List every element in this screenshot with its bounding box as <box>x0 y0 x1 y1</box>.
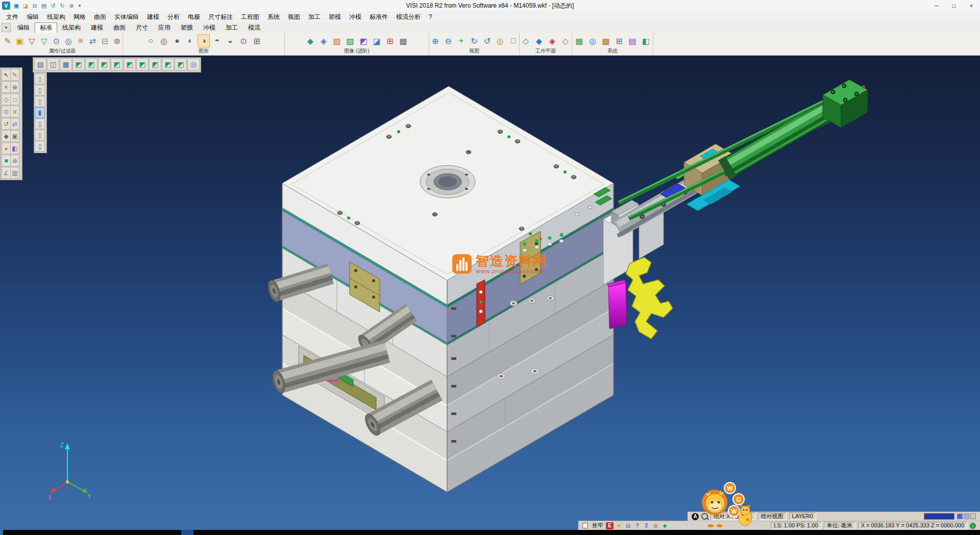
layer-selector[interactable]: LAYER0 <box>789 513 816 520</box>
core-tool-icon[interactable]: ▮ <box>35 107 45 118</box>
lock-filter-icon[interactable]: ⊟ <box>99 34 110 47</box>
grid-snap-icon[interactable]: ▣ <box>10 130 19 142</box>
front-view-icon[interactable]: ◩ <box>111 58 123 70</box>
window-tile-icon[interactable]: ◫ <box>47 58 59 70</box>
tab-尺寸[interactable]: 尺寸 <box>131 22 153 33</box>
system-globe-icon[interactable]: ◎ <box>586 34 599 47</box>
maximize-button[interactable]: □ <box>945 0 963 11</box>
texture-icon[interactable]: ▨ <box>331 34 343 47</box>
swap-icon[interactable]: ⇄ <box>87 34 99 47</box>
menu-item-1[interactable]: 文件 <box>2 12 22 22</box>
sketch-icon[interactable]: ✎ <box>10 69 19 81</box>
taskbar-item[interactable] <box>0 530 3 535</box>
translucent-mode-icon[interactable]: ◓ <box>211 34 223 47</box>
print-icon[interactable]: ▤ <box>40 2 48 10</box>
zoom-in-icon[interactable]: ⊕ <box>429 34 441 47</box>
rotate-cw-icon[interactable]: ↻ <box>468 34 480 47</box>
workplane-reset-icon[interactable]: ◇ <box>559 34 572 47</box>
rotate-ccw-icon[interactable]: ↺ <box>481 34 493 47</box>
render-advanced-icon[interactable]: ◆ <box>304 34 316 47</box>
bottom-view-icon[interactable]: ◩ <box>98 58 110 70</box>
sleeve-tool-icon[interactable]: ▯ <box>35 96 45 107</box>
iso-ne-view-icon[interactable]: ◩ <box>175 58 187 70</box>
menu-item-18[interactable]: 模流分析 <box>392 12 425 22</box>
highlight-mode-icon[interactable]: ⊙ <box>237 34 250 47</box>
filter-green-icon[interactable]: ▽ <box>38 34 50 47</box>
menu-item-10[interactable]: 尺寸标注 <box>204 12 237 22</box>
layer-color-bar[interactable] <box>924 513 954 520</box>
insert-tool-icon[interactable]: ▯ <box>35 130 45 140</box>
system-report-icon[interactable]: ▤ <box>626 34 639 47</box>
polygon-icon[interactable]: ◇ <box>2 93 11 105</box>
error-list-icon[interactable]: E <box>606 522 614 529</box>
undo-icon[interactable]: ↺ <box>49 2 57 10</box>
measure-icon[interactable]: ∠ <box>2 167 11 179</box>
dynamic-view-icon[interactable]: ◎ <box>187 58 200 70</box>
delete-icon[interactable]: × <box>2 81 11 93</box>
menu-item-19[interactable]: ? <box>425 12 436 21</box>
iso-view-icon[interactable]: ◩ <box>72 58 85 70</box>
top-view-icon[interactable]: ◩ <box>85 58 97 70</box>
select-color-icon[interactable]: ⊙ <box>51 34 62 47</box>
menu-item-14[interactable]: 加工 <box>304 12 325 22</box>
tab-应用[interactable]: 应用 <box>153 22 176 33</box>
new-file-icon[interactable]: ▣ <box>12 2 20 10</box>
reflection-icon[interactable]: ◪ <box>371 34 383 47</box>
layer-list-icon[interactable]: ≡ <box>75 34 86 47</box>
snap-target-icon[interactable]: ◎ <box>652 522 659 529</box>
redo-icon[interactable]: ↻ <box>58 2 66 10</box>
pan-icon[interactable]: + <box>455 34 467 47</box>
help-icon[interactable]: ? <box>633 522 641 529</box>
window-list-icon[interactable]: ▤ <box>34 58 46 70</box>
menu-item-3[interactable]: 线架构 <box>43 12 69 22</box>
menu-item-5[interactable]: 曲面 <box>90 12 110 22</box>
menu-item-7[interactable]: 建模 <box>143 12 163 22</box>
zoom-fit-icon[interactable]: ◎ <box>494 34 506 47</box>
save-file-icon[interactable]: ⊟ <box>31 2 39 10</box>
tool-settings-icon[interactable]: ⊛ <box>10 155 19 166</box>
step-icon[interactable]: 2 <box>643 522 650 529</box>
annotation-badge[interactable]: A <box>692 513 699 520</box>
menu-item-16[interactable]: 冲模 <box>345 12 365 22</box>
probe-tool-icon[interactable]: ▯ <box>35 74 45 84</box>
rect-icon[interactable]: □ <box>10 93 19 105</box>
workplane-entity-icon[interactable]: ◈ <box>546 34 558 47</box>
lock-checkbox[interactable] <box>582 523 588 528</box>
filter-red-icon[interactable]: ▽ <box>27 34 38 47</box>
tab-加工[interactable]: 加工 <box>220 22 243 33</box>
system-options-icon[interactable]: ◧ <box>640 34 652 47</box>
render-mode-icon[interactable]: ◑ <box>198 34 210 47</box>
fill-icon[interactable]: ■ <box>2 155 11 166</box>
attribute-copy-icon[interactable]: ▣ <box>14 34 26 47</box>
tab-编辑[interactable]: 编辑 <box>12 22 35 33</box>
menu-item-11[interactable]: 工程图 <box>237 12 263 22</box>
swap-view-icon[interactable]: ⇄ <box>10 118 19 130</box>
layer-color-swatch[interactable] <box>957 514 963 519</box>
circle-icon[interactable]: ⊙ <box>2 106 11 117</box>
menu-item-13[interactable]: 视图 <box>284 12 304 22</box>
material-icon[interactable]: ◈ <box>317 34 330 47</box>
tab-线架构[interactable]: 线架构 <box>57 22 86 33</box>
filter-settings-icon[interactable]: ⊛ <box>111 34 122 47</box>
favorites-icon[interactable]: ★ <box>615 522 623 529</box>
tab-模流[interactable]: 模流 <box>243 22 265 33</box>
left-view-icon[interactable]: ◩ <box>136 58 149 70</box>
menu-item-9[interactable]: 电极 <box>184 12 204 22</box>
window-cascade-icon[interactable]: ▦ <box>60 58 72 70</box>
system-calc-icon[interactable]: ⊞ <box>613 34 625 47</box>
grid-display-icon[interactable]: ⊞ <box>251 34 263 47</box>
layer-color-swatch[interactable] <box>970 514 976 519</box>
solid-icon[interactable]: ◆ <box>2 130 11 142</box>
shaded-edges-mode-icon[interactable]: ◐ <box>184 34 197 47</box>
half-shade-icon[interactable]: ◧ <box>10 142 19 154</box>
list-icon[interactable]: ≡ <box>10 106 19 117</box>
print-status-icon[interactable]: ▤ <box>624 522 632 529</box>
back-view-icon[interactable]: ◩ <box>124 58 136 70</box>
cavity-tool-icon[interactable]: ▯ <box>35 118 45 129</box>
plate-tool-icon[interactable]: ▯ <box>35 141 45 152</box>
menu-item-2[interactable]: 编辑 <box>22 12 43 22</box>
iso-se-view-icon[interactable]: ◩ <box>162 58 174 70</box>
background-icon[interactable]: ⊞ <box>384 34 396 47</box>
tab-建模[interactable]: 建模 <box>86 22 108 33</box>
hidden-line-mode-icon[interactable]: ◎ <box>158 34 170 47</box>
